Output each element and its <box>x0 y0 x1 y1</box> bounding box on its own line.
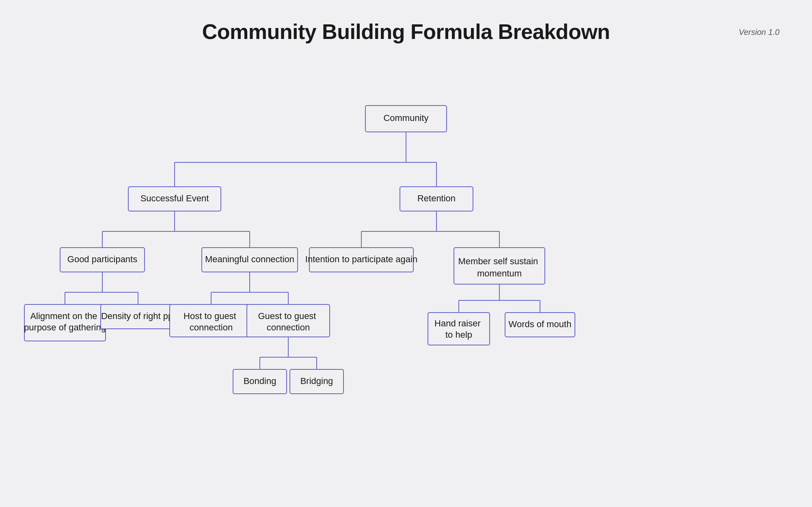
good-participants-node: Good participants <box>67 254 137 264</box>
density-node: Density of right ppl <box>101 311 175 321</box>
successful-event-node: Successful Event <box>140 193 209 203</box>
bonding-node: Bonding <box>244 376 276 386</box>
community-node: Community <box>383 113 428 123</box>
version-label: Version 1.0 <box>739 28 780 37</box>
intention-node: Intention to participate again <box>305 254 417 264</box>
meaningful-connection-node: Meaningful connection <box>205 254 294 264</box>
retention-node: Retention <box>417 193 456 203</box>
bridging-node: Bridging <box>300 376 333 386</box>
diagram-container: Community Successful Event Retention Goo… <box>0 49 812 507</box>
svg-rect-39 <box>428 313 490 345</box>
words-mouth-node: Words of mouth <box>509 319 572 329</box>
page-title: Community Building Formula Breakdown <box>0 0 812 44</box>
